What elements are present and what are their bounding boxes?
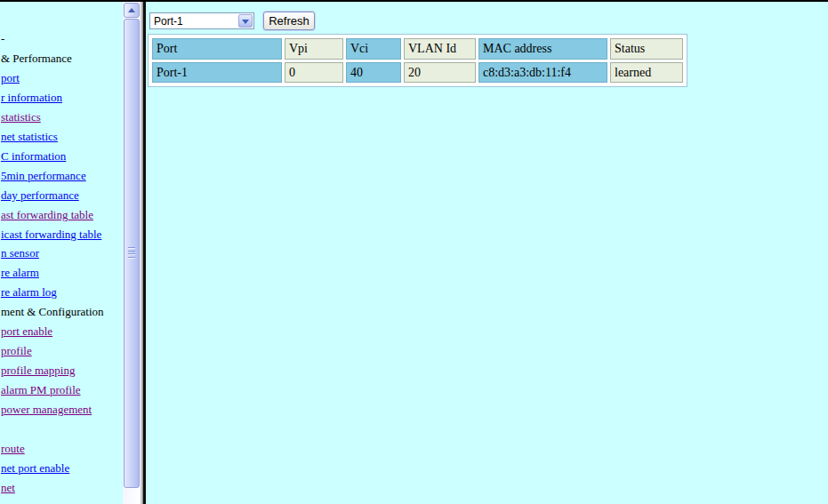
sidebar-link[interactable]: re alarm log (1, 283, 57, 302)
toolbar: Port-1 Refresh (149, 12, 505, 33)
sidebar-link[interactable]: day performance (1, 186, 79, 205)
main-frame: Port-1 Refresh PortVpiVciVLAN IdMAC addr… (146, 2, 828, 504)
sidebar-label: ment & Configuration (1, 302, 104, 322)
sidebar-link[interactable]: port enable (1, 322, 52, 341)
sidebar-link[interactable]: re alarm (1, 263, 39, 283)
sidebar-link[interactable]: icast forwarding table (1, 225, 101, 244)
table-cell: 0 (285, 62, 343, 83)
scroll-up-button[interactable] (124, 3, 140, 18)
sidebar-link[interactable]: power management (1, 400, 92, 420)
table-cell: 20 (404, 62, 476, 83)
chevron-up-icon (128, 8, 135, 12)
select-dropdown-button[interactable] (238, 14, 253, 28)
sidebar-link[interactable]: profile (1, 341, 32, 361)
port-select-value: Port-1 (154, 15, 183, 28)
port-select[interactable]: Port-1 (149, 12, 254, 29)
sidebar-label: & Performance (1, 49, 72, 68)
column-header: VLAN Id (404, 38, 476, 60)
sidebar-link[interactable]: statistics (1, 108, 41, 127)
sidebar-link[interactable]: 5min performance (1, 166, 86, 186)
table-cell: learned (610, 62, 683, 83)
sidebar-link[interactable]: r information (1, 88, 62, 108)
sidebar-label: - (1, 29, 4, 49)
mac-table: PortVpiVciVLAN IdMAC addressStatus Port-… (148, 34, 687, 87)
sidebar-link[interactable]: C information (1, 147, 66, 166)
scrollbar-grip-icon (128, 247, 135, 259)
table-cell: Port-1 (152, 62, 282, 83)
sidebar-link[interactable]: route (1, 439, 25, 459)
table-row: Port-104020c8:d3:a3:db:11:f4learned (152, 62, 683, 83)
sidebar-frame: -& Performanceportr informationstatistic… (0, 2, 123, 504)
refresh-button[interactable]: Refresh (263, 12, 315, 30)
table-cell: c8:d3:a3:db:11:f4 (478, 62, 607, 83)
table-body: Port-104020c8:d3:a3:db:11:f4learned (152, 62, 683, 83)
sidebar-link[interactable]: profile mapping (1, 361, 75, 380)
sidebar-link[interactable]: IP management (1, 500, 73, 504)
column-header: Vci (346, 38, 401, 60)
sidebar-link[interactable]: net statistics (1, 127, 58, 147)
sidebar-nav: -& Performanceportr informationstatistic… (0, 2, 123, 504)
chevron-down-icon (242, 20, 249, 24)
sidebar-link[interactable]: ast forwarding table (1, 205, 93, 225)
sidebar-scrollbar[interactable] (123, 2, 141, 504)
table-cell: 40 (346, 62, 401, 83)
column-header: Vpi (285, 38, 343, 60)
sidebar-link[interactable]: port (1, 68, 20, 88)
column-header: Status (610, 38, 683, 60)
sidebar-link[interactable]: n sensor (1, 244, 39, 263)
sidebar-link[interactable]: alarm PM profile (1, 380, 81, 400)
sidebar-link[interactable]: net (1, 478, 15, 498)
column-header: MAC address (478, 38, 607, 60)
mac-table-grid: PortVpiVciVLAN IdMAC addressStatus Port-… (149, 36, 686, 85)
scrollbar-thumb[interactable] (124, 19, 140, 488)
table-header-row: PortVpiVciVLAN IdMAC addressStatus (152, 38, 683, 60)
sidebar-link[interactable]: net port enable (1, 459, 69, 478)
column-header: Port (152, 38, 282, 60)
